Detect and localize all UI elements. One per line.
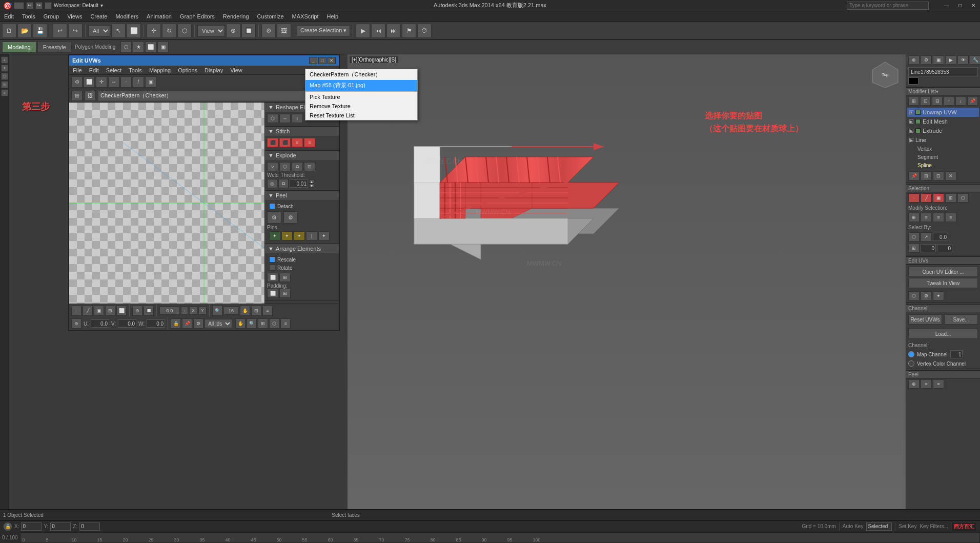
status-y-input[interactable] <box>50 522 71 531</box>
uvw-menu-edit[interactable]: Edit <box>86 66 103 74</box>
peel-sec-icon-1[interactable]: ⊕ <box>908 379 920 389</box>
btm-fit-icon[interactable]: ⊞ <box>251 306 261 316</box>
btm-zoom-icon[interactable]: 🔍 <box>212 306 222 316</box>
save-btn[interactable]: Save... <box>944 314 978 325</box>
select-by-icon-3[interactable]: ⊞ <box>908 244 920 253</box>
menu-graph-editors[interactable]: Graph Editors <box>176 11 219 21</box>
rotate-checkbox[interactable] <box>269 265 275 271</box>
btm-pan-icon[interactable]: ✋ <box>240 306 250 316</box>
explode-icon-3[interactable]: ⧉ <box>292 162 303 171</box>
peel-icon-2[interactable]: ⚙ <box>283 211 298 224</box>
search-input[interactable] <box>847 2 929 10</box>
object-color-swatch[interactable] <box>908 77 918 85</box>
mod-sel-icon-1[interactable]: ⊕ <box>908 213 920 222</box>
arrange-icon-2[interactable]: ⊞ <box>279 273 291 282</box>
reshape-icon-1[interactable]: ⬡ <box>267 114 278 123</box>
btm-zoom-region-icon[interactable]: ⊞ <box>258 318 268 329</box>
left-icon-3[interactable]: ⬡ <box>1 73 8 80</box>
menu-group[interactable]: Group <box>39 11 64 21</box>
mod-expand-4[interactable]: ▶ <box>909 138 913 142</box>
uvw-tb-rect[interactable]: ⬜ <box>84 76 95 88</box>
threshold-input[interactable] <box>290 179 308 188</box>
load-btn[interactable]: Load... <box>908 329 978 339</box>
weld-button[interactable]: ◎ <box>267 179 277 188</box>
view-select[interactable]: View <box>197 25 225 36</box>
create-selection-button[interactable]: Create Selection ▾ <box>297 25 350 36</box>
uvw-maximize-btn[interactable]: □ <box>318 57 326 64</box>
menu-animation[interactable]: Animation <box>142 11 176 21</box>
uvw-tb-vertex[interactable]: · <box>120 76 132 88</box>
uvw-checkerboard-icon[interactable]: ⊞ <box>71 91 83 101</box>
modifier-edit-mesh[interactable]: ▶ Edit Mesh <box>907 117 979 126</box>
vertex-color-radio[interactable] <box>908 360 914 367</box>
uv-u-input[interactable] <box>91 319 109 328</box>
mod-sel-icon-2[interactable]: ≡ <box>921 213 932 222</box>
open-button[interactable]: 📂 <box>17 24 32 38</box>
mod-icon-3[interactable]: ⊟ <box>932 96 943 106</box>
peel-header[interactable]: ▼ Peel <box>265 191 339 200</box>
uvw-minimize-btn[interactable]: _ <box>309 57 317 64</box>
arrange-icon-4[interactable]: ⊞ <box>279 289 291 298</box>
render-button[interactable]: 🖼 <box>277 24 291 38</box>
btm-config-icon[interactable]: ≡ <box>280 318 291 329</box>
btm-settings-btn[interactable]: ⚙ <box>193 318 203 329</box>
weld-select[interactable]: ⧉ <box>278 179 289 188</box>
uv-x-btn[interactable]: X <box>189 307 197 315</box>
subitem-segment[interactable]: Segment <box>907 153 979 161</box>
pm-btn-2[interactable]: ★ <box>133 42 144 53</box>
dd-map-58[interactable]: Map #58 (背景-01.jpg) <box>305 80 417 91</box>
rp-icon-utilities[interactable]: 🔧 <box>970 55 980 65</box>
redo-button[interactable]: ↪ <box>68 24 83 38</box>
detach-checkbox[interactable] <box>269 203 275 209</box>
reference-button[interactable]: ⊕ <box>226 24 240 38</box>
rp-icon-create[interactable]: ⊕ <box>908 55 920 65</box>
map-channel-input[interactable] <box>950 350 963 358</box>
status-icon-1[interactable]: 🔒 <box>3 522 12 531</box>
menu-create[interactable]: Create <box>86 11 111 21</box>
pm-btn-3[interactable]: ⬜ <box>145 42 156 53</box>
sel-icon-face[interactable]: ▣ <box>933 193 944 203</box>
mod-pin-icon[interactable]: 📌 <box>908 171 920 180</box>
rp-icon-display[interactable]: 👁 <box>957 55 969 65</box>
uvw-tb-edge[interactable]: / <box>133 76 144 88</box>
sel-icon-5[interactable]: ⬡ <box>957 193 969 203</box>
move-button[interactable]: ✛ <box>147 24 161 38</box>
pin-icon-5[interactable]: ✦ <box>318 231 330 240</box>
status-x-input[interactable] <box>21 522 42 531</box>
peel-icon-1[interactable]: ⚙ <box>267 211 281 224</box>
mod-unique-icon[interactable]: ⊡ <box>933 171 944 180</box>
threshold-up[interactable]: ▲ <box>309 179 314 184</box>
menu-help[interactable]: Help <box>323 11 343 21</box>
modifier-line-base[interactable]: ▶ Line <box>907 135 979 145</box>
select-by-value-2[interactable] <box>921 244 936 252</box>
uvw-menu-file[interactable]: File <box>69 66 86 74</box>
explode-icon-2[interactable]: ⬡ <box>279 162 291 171</box>
explode-header[interactable]: ▼ Explode <box>265 151 339 160</box>
uvw-menu-display[interactable]: Display <box>201 66 227 74</box>
left-icon-5[interactable]: ≡ <box>1 89 8 96</box>
select-by-icon-2[interactable]: ↗ <box>921 232 932 242</box>
mod-icon-pin[interactable]: 📌 <box>967 96 978 106</box>
tab-freestyle[interactable]: Freestyle <box>37 42 72 53</box>
btm-filter-icon[interactable]: ⊕ <box>132 306 142 316</box>
btm-zoom-fit-icon[interactable]: 🔍 <box>247 318 257 329</box>
mod-sel-icon-4[interactable]: ≡ <box>945 213 956 222</box>
object-name-input[interactable] <box>908 67 978 76</box>
peel-section-header[interactable]: Peel <box>906 370 980 378</box>
arrange-icon-3[interactable]: ⬜ <box>267 289 278 298</box>
subitem-vertex[interactable]: Vertex <box>907 145 979 153</box>
btm-lock-icon[interactable]: 🔒 <box>171 318 181 329</box>
mod-stack-icon[interactable]: ⊞ <box>921 171 932 180</box>
rp-icon-modify[interactable]: ⚙ <box>921 55 932 65</box>
select-by-value[interactable] <box>933 233 948 241</box>
mod-expand-3[interactable]: ▶ <box>909 129 913 133</box>
selection-section-header[interactable]: Selection <box>906 184 980 192</box>
ids-select[interactable]: All Ids <box>205 319 232 328</box>
left-icon-1[interactable]: + <box>1 56 8 64</box>
uvw-menu-view[interactable]: View <box>227 66 246 74</box>
scale-button[interactable]: ⬡ <box>177 24 192 38</box>
btm-select-icon[interactable]: ⬜ <box>116 306 127 316</box>
maximize-button[interactable]: □ <box>953 0 967 11</box>
tweak-in-view-btn[interactable]: Tweak In View <box>908 278 978 288</box>
pm-btn-4[interactable]: ▣ <box>157 42 169 53</box>
